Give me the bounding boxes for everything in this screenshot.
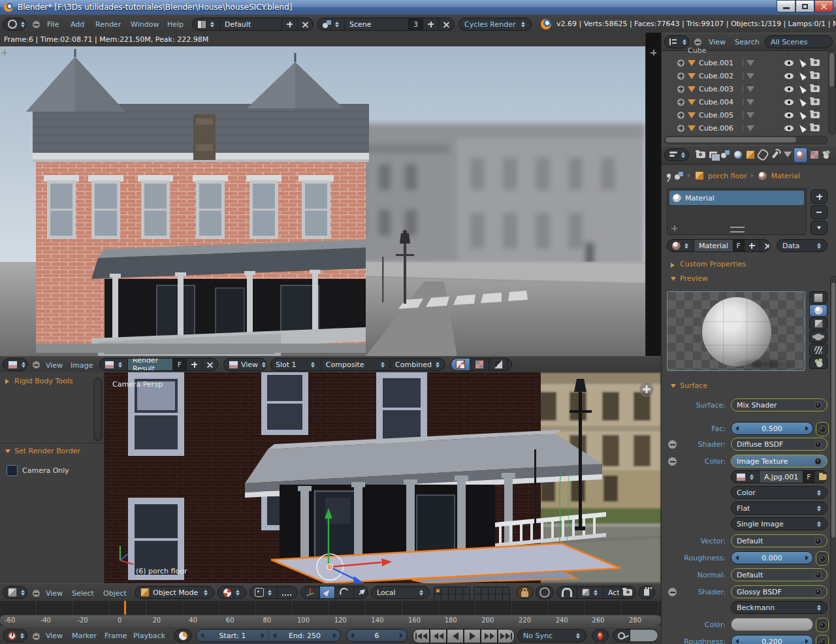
scene-browse-button[interactable] bbox=[318, 18, 345, 30]
selectability-toggle[interactable] bbox=[797, 84, 807, 93]
collapse-menus-icon[interactable] bbox=[33, 361, 40, 368]
snap-element-selector[interactable] bbox=[577, 587, 603, 598]
renderability-toggle[interactable] bbox=[811, 72, 820, 79]
visibility-toggle[interactable] bbox=[784, 60, 794, 66]
previous-keyframe-button[interactable] bbox=[430, 629, 447, 643]
start-frame-field[interactable]: Start: 1 bbox=[197, 630, 269, 641]
fac-slider[interactable]: 0.500 bbox=[731, 422, 813, 435]
rotate-manipulator-button[interactable] bbox=[335, 587, 354, 598]
set-render-border-panel-header[interactable]: Set Render Border bbox=[14, 447, 80, 455]
selectability-toggle[interactable] bbox=[797, 58, 807, 67]
renderability-toggle[interactable] bbox=[811, 86, 820, 92]
glossy-roughness-socket-button[interactable] bbox=[816, 635, 829, 644]
selectability-toggle[interactable] bbox=[797, 123, 807, 133]
timeline-playhead[interactable] bbox=[124, 601, 126, 615]
layers-group-1[interactable] bbox=[434, 587, 470, 602]
object-name[interactable]: Cube bbox=[688, 46, 706, 55]
image-source-selector[interactable]: Single Image bbox=[731, 517, 828, 530]
outliner-row[interactable]: Cube.006 bbox=[662, 121, 829, 135]
roughness-slider[interactable]: 0.000 bbox=[731, 551, 813, 564]
image-datablock[interactable]: Render Result F bbox=[99, 358, 218, 371]
glossy-color-swatch[interactable] bbox=[731, 618, 813, 631]
tab-render-layers[interactable] bbox=[707, 148, 719, 161]
expand-icon[interactable] bbox=[677, 99, 684, 106]
delete-layout-button[interactable] bbox=[298, 18, 313, 30]
viewport-shading-selector[interactable] bbox=[217, 586, 246, 599]
restore-button[interactable] bbox=[796, 0, 814, 12]
menu-playback[interactable]: Playback bbox=[133, 632, 165, 640]
custom-properties-collapse-icon[interactable] bbox=[671, 263, 675, 268]
tab-world[interactable] bbox=[732, 148, 744, 161]
draw-zbuffer-toggle[interactable] bbox=[489, 359, 508, 370]
visibility-toggle[interactable] bbox=[784, 73, 794, 79]
auto-keyframe-toggle[interactable] bbox=[592, 629, 609, 642]
outliner-row[interactable]: Cube.001 bbox=[662, 56, 829, 69]
renderability-toggle[interactable] bbox=[811, 125, 820, 131]
menu-add[interactable]: Add bbox=[71, 20, 84, 29]
menu-view[interactable]: View bbox=[46, 361, 63, 369]
surface-shader-selector[interactable]: Mix Shader bbox=[731, 398, 828, 411]
menu-marker[interactable]: Marker bbox=[72, 632, 97, 640]
selectability-toggle[interactable] bbox=[797, 97, 807, 106]
screen-layout-icon-button[interactable] bbox=[193, 18, 220, 30]
preview-range-toggle[interactable] bbox=[174, 629, 192, 642]
draw-alpha-toggle[interactable] bbox=[470, 359, 489, 370]
opengl-anim-button[interactable] bbox=[638, 586, 655, 599]
shader2-selector[interactable]: Glossy BSDF bbox=[731, 585, 828, 598]
breadcrumb-object-name[interactable]: porch floor bbox=[708, 172, 747, 180]
fac-socket-button[interactable] bbox=[816, 422, 829, 436]
image-view-selector[interactable]: View bbox=[223, 358, 266, 371]
expand-icon[interactable] bbox=[677, 125, 684, 132]
fake-user-button[interactable]: F bbox=[173, 359, 187, 370]
keying-set-icon-button[interactable] bbox=[613, 630, 630, 641]
visibility-toggle[interactable] bbox=[784, 99, 794, 105]
panel-expand-icon[interactable] bbox=[5, 449, 10, 453]
current-frame-field[interactable]: 6 bbox=[346, 629, 408, 642]
glossy-distribution-selector[interactable]: Beckmann bbox=[731, 601, 828, 614]
screen-layout-name[interactable]: Default bbox=[225, 20, 251, 29]
vector-selector[interactable]: Default bbox=[731, 534, 828, 547]
outliner-row[interactable]: Cube.003 bbox=[662, 82, 829, 95]
slot-filter-icon[interactable] bbox=[671, 225, 677, 231]
tab-scene[interactable] bbox=[719, 148, 732, 161]
material-browse-button[interactable] bbox=[667, 240, 694, 251]
translate-manipulator-button[interactable] bbox=[320, 587, 335, 598]
render-layer-selector[interactable]: Composite bbox=[321, 359, 391, 370]
snap-toggle[interactable] bbox=[557, 587, 577, 598]
preview-expand-icon[interactable] bbox=[671, 277, 676, 281]
collapse-menus-icon[interactable] bbox=[33, 21, 40, 28]
list-resize-grip[interactable] bbox=[730, 227, 745, 233]
expand-panel-icon[interactable] bbox=[651, 50, 656, 56]
jump-to-start-button[interactable] bbox=[413, 629, 430, 643]
render-pass-selector[interactable]: Combined bbox=[391, 359, 445, 370]
roughness-socket-button[interactable] bbox=[816, 551, 829, 566]
rigid-body-tools-panel-header[interactable]: Rigid Body Tools bbox=[14, 377, 73, 385]
new-image-button[interactable] bbox=[187, 359, 202, 370]
timeline-editor-type-button[interactable] bbox=[3, 629, 27, 642]
properties-editor-type-button[interactable] bbox=[664, 148, 689, 161]
material-unlink-button[interactable] bbox=[760, 240, 770, 251]
image-browse-button[interactable] bbox=[100, 359, 128, 370]
expand-icon[interactable] bbox=[677, 86, 684, 93]
open-image-button[interactable] bbox=[814, 471, 828, 483]
remove-material-slot-button[interactable] bbox=[811, 205, 828, 219]
draw-color-alpha-toggle[interactable] bbox=[451, 359, 470, 370]
texture-image-browse-button[interactable] bbox=[732, 471, 760, 483]
menu-frame[interactable]: Frame bbox=[104, 632, 127, 640]
object-name[interactable]: Cube.003 bbox=[699, 85, 739, 93]
menu-object[interactable]: Object bbox=[103, 588, 127, 597]
image-colorspace-selector[interactable]: Color bbox=[731, 486, 828, 499]
render-slot-selector[interactable]: Slot 1 bbox=[271, 359, 321, 370]
menu-select[interactable]: Select bbox=[72, 588, 94, 597]
menu-file[interactable]: File bbox=[47, 20, 59, 29]
material-pin-mode-selector[interactable]: Data bbox=[777, 239, 828, 252]
visibility-toggle[interactable] bbox=[784, 125, 794, 131]
custom-properties-panel-header[interactable]: Custom Properties bbox=[680, 260, 746, 268]
shader1-selector[interactable]: Diffuse BSDF bbox=[731, 438, 828, 451]
glossy-color-socket-button[interactable] bbox=[816, 618, 829, 632]
preview-monkey-button[interactable] bbox=[809, 330, 828, 343]
draw-layered-toggle[interactable] bbox=[508, 359, 512, 370]
scene-users-button[interactable]: 3 bbox=[409, 18, 423, 30]
layers-widget[interactable] bbox=[434, 587, 510, 602]
scene-selector[interactable]: Scene 3 bbox=[317, 18, 455, 31]
